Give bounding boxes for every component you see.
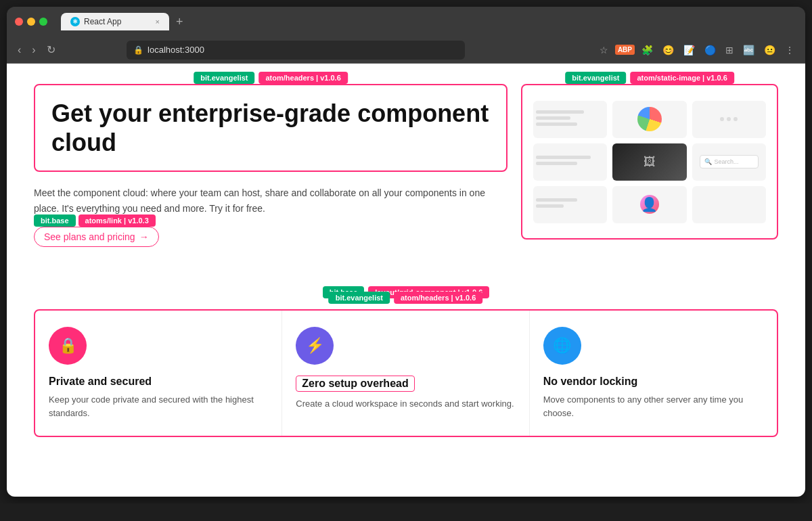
- image-badge-left: bit.evangelist: [565, 72, 626, 84]
- extension-icon-6[interactable]: 🔤: [740, 43, 757, 57]
- avatar-mini: 👤: [640, 195, 659, 214]
- extension-icon-1[interactable]: 🧩: [639, 43, 656, 57]
- image-badge-right: atom/static-image | v1.0.6: [630, 72, 734, 84]
- back-button[interactable]: ‹: [15, 43, 24, 58]
- features-section: bit.base layout/grid-component | v1.0.6 …: [34, 286, 778, 437]
- grid-cell-8: 👤: [612, 186, 686, 223]
- hero-badge-row: bit.evangelist atom/headers | v1.0.6: [194, 72, 348, 84]
- link-badge-link: atoms/link | v1.0.3: [78, 214, 156, 227]
- hero-text-box: Get your enterprise-grade component clou…: [34, 84, 508, 172]
- globe-feature-icon: 🌐: [553, 337, 571, 355]
- react-icon: ⚛: [70, 17, 80, 26]
- grid-cell-6: 🔍 Search...: [692, 143, 766, 181]
- bookmark-icon[interactable]: ☆: [597, 43, 611, 57]
- more-options-button[interactable]: ⋮: [782, 43, 797, 57]
- address-bar-row: ‹ › ↻ 🔒 localhost:3000 ☆ ABP 🧩 😊 📝 🔵 ⊞ 🔤…: [7, 37, 805, 64]
- grid-cell-3: [692, 101, 766, 138]
- forward-button[interactable]: ›: [29, 43, 38, 58]
- hero-badge-right: atom/headers | v1.0.6: [258, 72, 347, 84]
- browser-window: ⚛ React App × + ‹ › ↻ 🔒 localhost:3000 ☆…: [7, 7, 805, 497]
- lock-icon: 🔒: [133, 45, 143, 55]
- toolbar-right: ☆ ABP 🧩 😊 📝 🔵 ⊞ 🔤 😐 ⋮: [597, 43, 797, 57]
- private-icon-wrapper: 🔒: [49, 327, 87, 365]
- feature-title-1: Private and secured: [49, 376, 268, 388]
- new-tab-button[interactable]: +: [172, 15, 187, 29]
- grid-cell-7: [533, 186, 607, 223]
- extension-icon-3[interactable]: 📝: [681, 43, 698, 57]
- traffic-lights: [15, 18, 47, 26]
- feature-card-1: 🔒 Private and secured Keep your code pri…: [35, 311, 282, 436]
- extension-icon-4[interactable]: 🔵: [702, 43, 719, 57]
- link-badge-base: bit.base: [34, 214, 76, 227]
- feature-title-3: No vendor locking: [543, 376, 763, 388]
- grid-cell-9: [692, 186, 766, 223]
- hero-right: bit.evangelist atom/static-image | v1.0.…: [521, 84, 778, 252]
- grid-cell-1: [533, 101, 607, 138]
- vendor-icon-wrapper: 🌐: [543, 327, 581, 365]
- refresh-button[interactable]: ↻: [44, 42, 58, 58]
- stack-lines: [726, 194, 731, 215]
- hero-left: bit.evangelist atom/headers | v1.0.6 Get…: [34, 84, 508, 252]
- lightning-feature-icon: ⚡: [306, 337, 324, 355]
- close-window-button[interactable]: [15, 18, 23, 26]
- address-bar[interactable]: 🔒 localhost:3000: [127, 41, 465, 60]
- feature-title-box: Zero setup overhead: [296, 376, 414, 392]
- hero-description: Meet the component cloud: where your tea…: [34, 185, 508, 216]
- hero-section: bit.evangelist atom/headers | v1.0.6 Get…: [34, 84, 778, 252]
- feature-desc-1: Keep your code private and secured with …: [49, 393, 268, 420]
- minimize-window-button[interactable]: [27, 18, 35, 26]
- link-badge-group: bit.base atoms/link | v1.0.3 See plans a…: [34, 227, 159, 247]
- active-tab[interactable]: ⚛ React App ×: [61, 13, 169, 30]
- thumbnail-image: 🖼: [612, 143, 686, 181]
- title-bar: ⚛ React App × +: [7, 7, 805, 37]
- hero-image-box: 🖼 🔍 Search...: [521, 84, 778, 240]
- adblock-extension[interactable]: ABP: [615, 45, 635, 55]
- extension-icon-2[interactable]: 😊: [660, 43, 677, 57]
- tab-bar: ⚛ React App × +: [61, 13, 797, 30]
- grid-cell-2: [612, 101, 686, 138]
- grid-cell-5: 🖼: [612, 143, 686, 181]
- grid-cell-4: [533, 143, 607, 181]
- pie-chart: [637, 107, 662, 131]
- cta-arrow-icon: →: [139, 231, 149, 242]
- search-mini: 🔍 Search...: [700, 155, 759, 168]
- zero-setup-icon-wrapper: ⚡: [296, 327, 334, 365]
- maximize-window-button[interactable]: [39, 18, 47, 26]
- middle-card-badges: bit.evangelist atom/headers | v1.0.6: [329, 292, 483, 304]
- tab-title: React App: [84, 17, 121, 26]
- middle-badge-right: atom/headers | v1.0.6: [394, 292, 482, 304]
- lock-feature-icon: 🔒: [59, 337, 77, 355]
- cta-text: See plans and pricing: [44, 231, 135, 242]
- image-badge-row: bit.evangelist atom/static-image | v1.0.…: [565, 72, 734, 84]
- component-grid: 🖼 🔍 Search...: [533, 101, 766, 223]
- extension-icon-5[interactable]: ⊞: [723, 43, 736, 57]
- address-text: localhost:3000: [148, 45, 204, 55]
- feature-card-2: bit.evangelist atom/headers | v1.0.6 ⚡ Z…: [282, 311, 529, 436]
- hero-badge-left: bit.evangelist: [194, 72, 254, 84]
- feature-title-2: Zero setup overhead: [302, 378, 408, 390]
- profile-icon[interactable]: 😐: [761, 43, 778, 57]
- feature-card-3: 🌐 No vendor locking Move components to a…: [530, 311, 777, 436]
- link-badges: bit.base atoms/link | v1.0.3: [34, 214, 156, 227]
- feature-desc-3: Move components to any other server any …: [543, 393, 763, 420]
- features-grid: 🔒 Private and secured Keep your code pri…: [34, 309, 778, 437]
- middle-badge-left: bit.evangelist: [329, 292, 390, 304]
- hero-title: Get your enterprise-grade component clou…: [51, 99, 490, 157]
- tab-close-button[interactable]: ×: [156, 18, 160, 26]
- feature-desc-2: Create a cloud workspace in seconds and …: [296, 397, 515, 411]
- page-content: bit.evangelist atom/headers | v1.0.6 Get…: [7, 64, 805, 497]
- cta-link[interactable]: See plans and pricing →: [34, 227, 159, 247]
